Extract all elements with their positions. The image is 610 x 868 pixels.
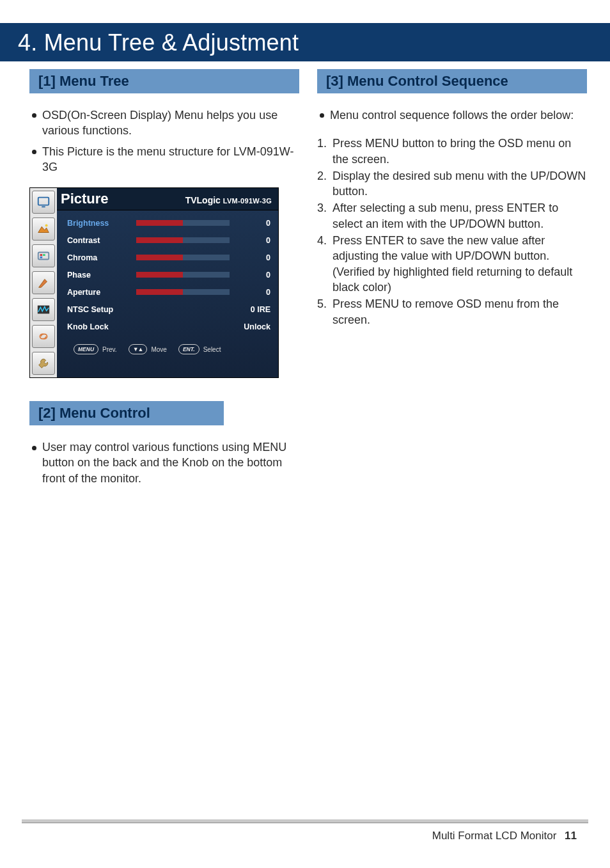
osd-item-value: 0 IRE [236, 305, 270, 314]
svg-point-2 [45, 225, 48, 227]
osd-hint: ENT. Select [178, 344, 221, 354]
page-title: 4. Menu Tree & Adjustment [0, 23, 610, 61]
osd-item-value: 0 [236, 288, 270, 297]
osd-gauge [136, 220, 230, 226]
svg-rect-0 [38, 198, 49, 205]
bullet-item: User may control various functions using… [31, 439, 299, 486]
svg-rect-5 [43, 254, 45, 256]
osd-header: Picture TVLogic LVM-091W-3G [57, 188, 278, 210]
osd-row: Phase 0 [67, 266, 270, 283]
section2: [2] Menu Control User may control variou… [29, 401, 299, 486]
hint-label: Move [151, 346, 166, 353]
osd-category: Picture [61, 191, 109, 207]
footer-divider [22, 819, 588, 823]
osd-row: NTSC Setup 0 IRE [67, 301, 270, 318]
osd-row: Brightness 0 [67, 214, 270, 232]
palette-icon [32, 244, 55, 267]
right-column: [3] Menu Control Sequence Menu control s… [317, 69, 587, 499]
osd-brand: TVLogic [185, 195, 221, 205]
section-heading-3: [3] Menu Control Sequence [317, 69, 587, 93]
osd-item-value: 0 [236, 236, 270, 245]
osd-item-value: 0 [236, 253, 270, 262]
osd-icon-rail [30, 188, 57, 377]
bullet-item: Menu control sequence follows the order … [318, 107, 587, 123]
osd-item-value: 0 [236, 219, 270, 228]
svg-rect-1 [42, 207, 45, 208]
osd-hints: MENU Prev. ▼▲ Move ENT. Select [57, 336, 278, 362]
section1-bullets: OSD(On-Screen Display) Menu helps you us… [29, 107, 299, 175]
osd-hint: MENU Prev. [74, 344, 117, 354]
content-columns: [1] Menu Tree OSD(On-Screen Display) Men… [29, 69, 587, 499]
osd-item-label: NTSC Setup [67, 305, 130, 314]
osd-row: Aperture 0 [67, 283, 270, 301]
osd-item-label: Chroma [67, 253, 130, 262]
osd-brand-model: TVLogic LVM-091W-3G [185, 195, 272, 205]
step-item: Press ENTER to save the new value after … [317, 233, 587, 295]
section3-steps: Press MENU button to bring the OSD menu … [317, 136, 587, 327]
osd-item-label: Phase [67, 271, 130, 280]
waveform-icon [32, 298, 55, 321]
step-item: Press MENU to remove OSD menu from the s… [317, 296, 587, 327]
bullet-item: OSD(On-Screen Display) Menu helps you us… [31, 107, 299, 139]
hint-button: MENU [74, 344, 98, 354]
link-icon [32, 325, 55, 348]
osd-row: Knob Lock Unlock [67, 318, 270, 335]
osd-body: Picture TVLogic LVM-091W-3G Brightness 0… [57, 188, 278, 377]
osd-item-label: Contrast [67, 236, 130, 245]
osd-model: LVM-091W-3G [223, 197, 272, 205]
marker-icon [32, 271, 55, 294]
osd-items: Brightness 0 Contrast 0 Chroma 0 [57, 210, 278, 336]
osd-gauge [136, 272, 230, 278]
section3-bullets: Menu control sequence follows the order … [317, 107, 587, 123]
osd-item-value: 0 [236, 271, 270, 280]
section-heading-2: [2] Menu Control [29, 401, 224, 425]
footer: Multi Format LCD Monitor 11 [432, 830, 577, 842]
wrench-icon [32, 352, 55, 375]
osd-item-label: Aperture [67, 288, 130, 297]
step-item: Press MENU button to bring the OSD menu … [317, 136, 587, 167]
osd-gauge [136, 289, 230, 295]
hint-label: Prev. [102, 346, 117, 353]
footer-label: Multi Format LCD Monitor [432, 830, 557, 842]
osd-item-value: Unlock [236, 322, 270, 331]
osd-gauge [136, 237, 230, 243]
scene-icon [32, 217, 55, 241]
hint-button: ▼▲ [129, 344, 148, 354]
osd-gauge [136, 255, 230, 260]
osd-screenshot: Picture TVLogic LVM-091W-3G Brightness 0… [29, 187, 279, 378]
osd-row: Chroma 0 [67, 249, 270, 266]
svg-rect-6 [40, 256, 43, 258]
osd-hint: ▼▲ Move [129, 344, 167, 354]
left-column: [1] Menu Tree OSD(On-Screen Display) Men… [29, 69, 299, 499]
step-item: Display the desired sub menu with the UP… [317, 168, 587, 200]
osd-item-label: Knob Lock [67, 322, 130, 331]
monitor-icon [32, 191, 55, 214]
hint-button: ENT. [178, 344, 199, 354]
osd-row: Contrast 0 [67, 232, 270, 249]
bullet-item: This Picture is the menu structure for L… [31, 144, 299, 175]
osd-item-label: Brightness [67, 219, 130, 228]
section-heading-1: [1] Menu Tree [29, 69, 299, 93]
page-number: 11 [565, 830, 577, 842]
svg-rect-4 [40, 254, 43, 256]
step-item: After selecting a sub menu, press ENTER … [317, 200, 587, 232]
section2-bullets: User may control various functions using… [29, 439, 299, 486]
hint-label: Select [203, 346, 221, 353]
